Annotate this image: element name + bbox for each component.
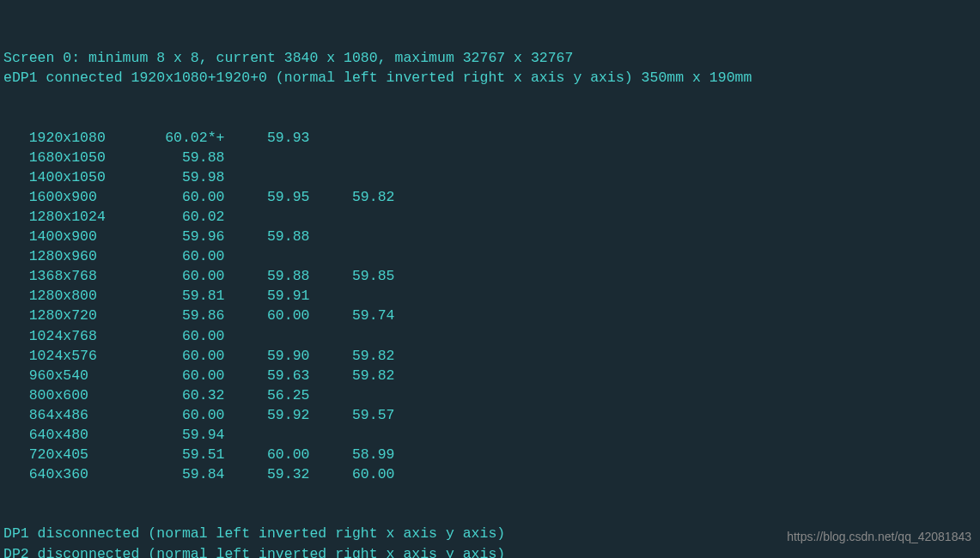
mode-row: 1024x768 60.00 bbox=[3, 326, 977, 346]
mode-row: 1680x1050 59.88 bbox=[3, 148, 977, 167]
terminal-line: DP2 disconnected (normal left inverted r… bbox=[3, 544, 977, 558]
mode-row: 720x405 59.51 60.00 58.99 bbox=[3, 445, 977, 464]
mode-row: 640x480 59.94 bbox=[3, 425, 977, 445]
mode-row: 1280x960 60.00 bbox=[3, 246, 977, 266]
mode-row: 800x600 60.32 56.25 bbox=[3, 385, 977, 405]
terminal-output[interactable]: Screen 0: minimum 8 x 8, current 3840 x … bbox=[3, 9, 977, 558]
mode-row: 1600x900 60.00 59.95 59.82 bbox=[3, 187, 977, 207]
mode-row: 1920x1080 60.02*+ 59.93 bbox=[3, 128, 977, 148]
mode-row: 1280x1024 60.02 bbox=[3, 207, 977, 227]
mode-row: 1024x576 60.00 59.90 59.82 bbox=[3, 346, 977, 366]
terminal-line: eDP1 connected 1920x1080+1920+0 (normal … bbox=[3, 68, 977, 88]
mode-row: 1400x1050 59.98 bbox=[3, 167, 977, 187]
mode-row: 864x486 60.00 59.92 59.57 bbox=[3, 405, 977, 425]
mode-row: 1368x768 60.00 59.88 59.85 bbox=[3, 266, 977, 286]
mode-row: 1280x800 59.81 59.91 bbox=[3, 286, 977, 306]
watermark: https://blog.csdn.net/qq_42081843 bbox=[787, 529, 971, 546]
terminal-line: Screen 0: minimum 8 x 8, current 3840 x … bbox=[3, 48, 977, 68]
mode-row: 1280x720 59.86 60.00 59.74 bbox=[3, 306, 977, 325]
mode-row: 960x540 60.00 59.63 59.82 bbox=[3, 366, 977, 385]
mode-row: 1400x900 59.96 59.88 bbox=[3, 227, 977, 246]
mode-row: 640x360 59.84 59.32 60.00 bbox=[3, 464, 977, 484]
